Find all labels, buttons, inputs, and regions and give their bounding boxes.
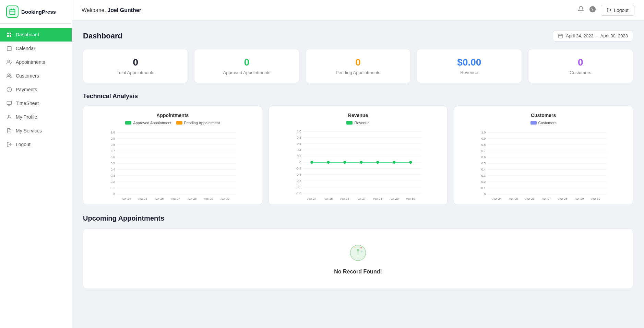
sidebar-item-dashboard[interactable]: Dashboard bbox=[0, 28, 72, 42]
stat-card-pending-appointments: 0 Pending Appointments bbox=[306, 49, 410, 83]
sidebar-item-appointments[interactable]: Appointments bbox=[0, 55, 72, 69]
svg-text:0.2: 0.2 bbox=[297, 154, 301, 158]
sidebar-item-label-dashboard: Dashboard bbox=[16, 32, 39, 37]
svg-text:0.7: 0.7 bbox=[481, 149, 486, 153]
sidebar-logo: BookingPress bbox=[0, 0, 72, 24]
revenue-chart-area: 1.0 0.8 0.6 0.4 0.2 0 -0.2 -0.4 -0.6 -0.… bbox=[274, 128, 442, 198]
svg-rect-4 bbox=[7, 33, 9, 34]
stat-label-approved: Approved Appointments bbox=[201, 70, 293, 75]
svg-rect-19 bbox=[7, 101, 11, 104]
sidebar-item-label-payments: Payments bbox=[16, 87, 37, 92]
stat-card-approved-appointments: 0 Approved Appointments bbox=[194, 49, 299, 83]
revenue-chart-legend: Revenue bbox=[274, 121, 442, 125]
svg-rect-5 bbox=[10, 33, 11, 34]
topbar: Welcome, Joel Gunther Logout bbox=[72, 0, 644, 21]
svg-text:0.4: 0.4 bbox=[111, 168, 115, 171]
calendar-range-icon bbox=[558, 33, 563, 38]
stat-value-customers: 0 bbox=[535, 57, 627, 68]
date-range-picker[interactable]: April 24, 2023 - April 30, 2023 bbox=[553, 30, 633, 42]
stat-value-revenue: $0.00 bbox=[423, 57, 515, 68]
customers-chart-legend: Customers bbox=[460, 121, 627, 125]
appointments-icon bbox=[6, 59, 12, 65]
svg-text:0.3: 0.3 bbox=[481, 174, 486, 177]
dashboard-header: Dashboard April 24, 2023 - April 30, 202… bbox=[83, 30, 633, 42]
svg-text:Apr 30: Apr 30 bbox=[220, 197, 230, 200]
svg-text:0.8: 0.8 bbox=[111, 143, 115, 147]
logo-text: BookingPress bbox=[21, 9, 56, 15]
svg-rect-8 bbox=[7, 47, 11, 51]
svg-text:Apr 24: Apr 24 bbox=[122, 197, 131, 200]
sidebar-item-label-calendar: Calendar bbox=[16, 46, 35, 51]
legend-dot-customers bbox=[530, 121, 537, 125]
stat-label-pending: Pending Appointments bbox=[312, 70, 404, 75]
sidebar-item-payments[interactable]: Payments bbox=[0, 83, 72, 96]
timesheet-icon bbox=[6, 100, 12, 106]
sidebar-item-label-logout: Logout bbox=[16, 142, 31, 147]
svg-point-86 bbox=[343, 161, 346, 164]
svg-point-15 bbox=[8, 74, 9, 75]
sidebar-item-customers[interactable]: Customers bbox=[0, 69, 72, 83]
svg-text:Apr 26: Apr 26 bbox=[525, 197, 535, 200]
wp-icon[interactable] bbox=[589, 6, 596, 14]
svg-text:0.9: 0.9 bbox=[111, 137, 115, 140]
svg-text:0.2: 0.2 bbox=[111, 180, 115, 184]
svg-point-130 bbox=[360, 247, 362, 249]
sidebar-item-calendar[interactable]: Calendar bbox=[0, 42, 72, 55]
sidebar-item-timesheet[interactable]: TimeSheet bbox=[0, 96, 72, 110]
legend-label-revenue: Revenue bbox=[354, 121, 369, 125]
no-record-icon bbox=[348, 243, 368, 265]
upcoming-title: Upcoming Appointments bbox=[83, 214, 633, 222]
svg-text:0.8: 0.8 bbox=[481, 143, 486, 147]
svg-rect-7 bbox=[10, 35, 11, 37]
svg-rect-6 bbox=[7, 35, 9, 37]
svg-text:0.6: 0.6 bbox=[111, 155, 115, 159]
svg-point-131 bbox=[355, 247, 356, 248]
sidebar-item-label-appointments: Appointments bbox=[16, 59, 45, 65]
svg-rect-0 bbox=[10, 9, 15, 14]
svg-text:Apr 29: Apr 29 bbox=[204, 197, 213, 200]
svg-text:Apr 27: Apr 27 bbox=[357, 197, 366, 200]
legend-label-approved: Approved Appointment bbox=[133, 121, 171, 125]
legend-approved: Approved Appointment bbox=[125, 121, 171, 125]
sidebar-item-my-services[interactable]: My Services bbox=[0, 124, 72, 138]
svg-text:Apr 28: Apr 28 bbox=[188, 197, 197, 200]
svg-text:Apr 26: Apr 26 bbox=[340, 197, 349, 200]
username: Joel Gunther bbox=[107, 7, 141, 13]
svg-text:Apr 26: Apr 26 bbox=[155, 197, 164, 200]
content-area: Dashboard April 24, 2023 - April 30, 202… bbox=[72, 21, 644, 328]
svg-text:1.0: 1.0 bbox=[481, 131, 486, 134]
sidebar-nav: Dashboard Calendar Appointments Customer… bbox=[0, 24, 72, 328]
svg-text:Apr 29: Apr 29 bbox=[575, 197, 584, 200]
stat-card-revenue: $0.00 Revenue bbox=[417, 49, 522, 83]
legend-pending: Pending Appointment bbox=[176, 121, 220, 125]
svg-text:1.0: 1.0 bbox=[111, 131, 115, 134]
sidebar-item-my-profile[interactable]: My Profile bbox=[0, 110, 72, 124]
svg-text:0.5: 0.5 bbox=[111, 162, 115, 165]
legend-label-customers: Customers bbox=[538, 121, 557, 125]
svg-text:0.3: 0.3 bbox=[111, 174, 115, 177]
appointments-chart-title: Appointments bbox=[89, 113, 257, 118]
customers-chart-area: 1.0 0.9 0.8 0.7 0.6 0.5 0.4 0.3 0.2 0.1 … bbox=[460, 128, 627, 198]
no-record-box: No Record Found! bbox=[83, 229, 633, 289]
legend-label-pending: Pending Appointment bbox=[184, 121, 220, 125]
notification-icon[interactable] bbox=[577, 6, 584, 14]
stats-row: 0 Total Appointments 0 Approved Appointm… bbox=[83, 49, 633, 83]
svg-point-128 bbox=[357, 249, 359, 252]
svg-text:Apr 27: Apr 27 bbox=[171, 197, 180, 200]
revenue-chart-card: Revenue Revenue 1.0 0.8 0.6 0.4 0.2 bbox=[269, 106, 448, 205]
appointments-chart-card: Appointments Approved Appointment Pendin… bbox=[83, 106, 262, 205]
svg-rect-28 bbox=[559, 34, 562, 38]
svg-text:0: 0 bbox=[299, 161, 301, 164]
charts-row: Appointments Approved Appointment Pendin… bbox=[83, 106, 633, 205]
sidebar-item-logout[interactable]: Logout bbox=[0, 138, 72, 151]
svg-text:1.0: 1.0 bbox=[297, 130, 301, 133]
svg-text:-0.8: -0.8 bbox=[296, 185, 301, 189]
svg-text:-0.2: -0.2 bbox=[296, 167, 301, 170]
svg-text:Apr 29: Apr 29 bbox=[390, 197, 399, 200]
logout-button[interactable]: Logout bbox=[601, 5, 634, 16]
svg-text:0: 0 bbox=[113, 192, 115, 196]
legend-revenue: Revenue bbox=[346, 121, 369, 125]
svg-text:0.9: 0.9 bbox=[481, 137, 486, 140]
date-separator: - bbox=[596, 33, 597, 38]
customers-chart-title: Customers bbox=[460, 113, 627, 118]
